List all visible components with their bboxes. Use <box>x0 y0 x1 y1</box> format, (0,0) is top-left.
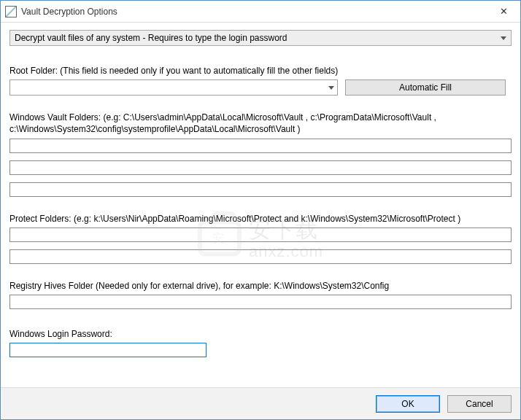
close-button[interactable]: ✕ <box>487 1 520 22</box>
decryption-mode-dropdown[interactable]: Decrypt vault files of any system - Requ… <box>9 30 512 46</box>
vault-folders-label: Windows Vault Folders: (e.g: C:\Users\ad… <box>9 112 512 135</box>
chevron-down-icon <box>501 36 506 40</box>
app-icon <box>5 6 17 18</box>
login-password-label: Windows Login Password: <box>9 328 512 340</box>
titlebar: Vault Decryption Options ✕ <box>1 1 520 23</box>
close-icon: ✕ <box>500 6 508 17</box>
registry-hives-label: Registry Hives Folder (Needed only for e… <box>9 280 512 292</box>
protect-folders-label: Protect Folders: (e.g: k:\Users\Nir\AppD… <box>9 213 512 225</box>
vault-folder-input-3[interactable] <box>9 182 512 197</box>
automatic-fill-button[interactable]: Automatic Fill <box>345 79 506 96</box>
cancel-button[interactable]: Cancel <box>447 395 512 413</box>
root-folder-label: Root Folder: (This field is needed only … <box>9 65 512 77</box>
automatic-fill-label: Automatic Fill <box>399 82 452 93</box>
cancel-label: Cancel <box>466 399 493 409</box>
registry-hives-input[interactable] <box>9 295 512 309</box>
registry-hives-section: Registry Hives Folder (Needed only for e… <box>9 280 512 309</box>
vault-folder-input-1[interactable] <box>9 139 512 153</box>
window-title: Vault Decryption Options <box>21 7 487 17</box>
vault-folder-input-2[interactable] <box>9 160 512 175</box>
protect-folder-input-1[interactable] <box>9 228 512 242</box>
content-area: Decrypt vault files of any system - Requ… <box>1 23 520 387</box>
root-folder-input[interactable] <box>9 79 338 96</box>
ok-button[interactable]: OK <box>376 395 440 413</box>
root-folder-section: Root Folder: (This field is needed only … <box>9 65 512 96</box>
dialog-window: Vault Decryption Options ✕ Decrypt vault… <box>0 0 521 420</box>
protect-folder-input-2[interactable] <box>9 249 512 264</box>
login-password-section: Windows Login Password: <box>9 328 512 357</box>
dialog-footer: OK Cancel <box>1 387 520 419</box>
protect-folders-section: Protect Folders: (e.g: k:\Users\Nir\AppD… <box>9 213 512 264</box>
ok-label: OK <box>401 399 414 409</box>
login-password-input[interactable] <box>9 343 207 357</box>
vault-folders-section: Windows Vault Folders: (e.g: C:\Users\ad… <box>9 112 512 196</box>
chevron-down-icon <box>328 86 334 90</box>
decryption-mode-selected: Decrypt vault files of any system - Requ… <box>15 33 498 43</box>
